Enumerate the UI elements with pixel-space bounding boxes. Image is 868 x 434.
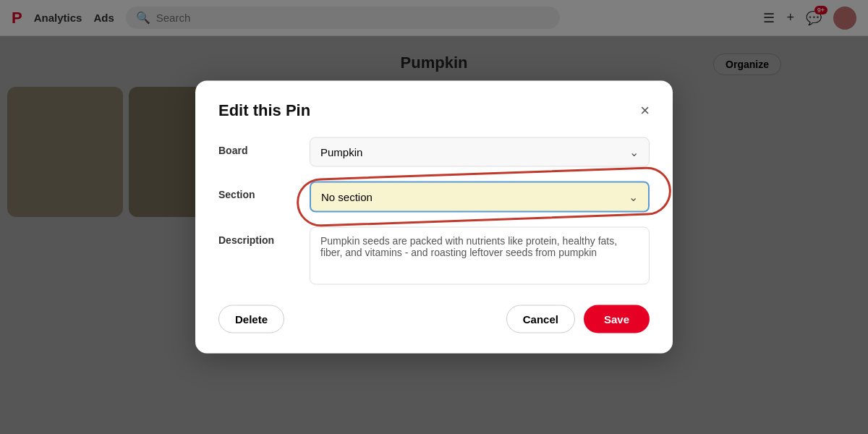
board-chevron-icon: ⌄ xyxy=(629,145,639,159)
section-wrapper: No section ⌄ xyxy=(310,182,650,213)
modal-header: Edit this Pin × xyxy=(218,101,650,120)
board-value: Pumpkin xyxy=(320,146,362,158)
section-value: No section xyxy=(321,191,373,203)
description-label: Description xyxy=(218,227,298,246)
description-field: Pumpkin seeds are packed with nutrients … xyxy=(310,227,650,288)
section-field: No section ⌄ xyxy=(310,182,650,213)
close-button[interactable]: × xyxy=(640,101,650,120)
section-label: Section xyxy=(218,182,298,200)
description-row: Description Pumpkin seeds are packed wit… xyxy=(218,227,650,288)
section-dropdown[interactable]: No section ⌄ xyxy=(310,182,650,213)
modal-footer: Delete Cancel Save xyxy=(218,305,650,333)
delete-button[interactable]: Delete xyxy=(218,305,284,333)
board-row: Board Pumpkin ⌄ xyxy=(218,137,650,167)
save-button[interactable]: Save xyxy=(584,305,650,333)
board-dropdown[interactable]: Pumpkin ⌄ xyxy=(310,137,650,167)
board-field: Pumpkin ⌄ xyxy=(310,137,650,167)
cancel-button[interactable]: Cancel xyxy=(506,305,575,333)
section-row: Section No section ⌄ xyxy=(218,182,650,213)
board-label: Board xyxy=(218,137,298,156)
footer-right-buttons: Cancel Save xyxy=(506,305,650,333)
section-chevron-icon: ⌄ xyxy=(629,190,638,204)
edit-pin-modal: Edit this Pin × Board Pumpkin ⌄ Section … xyxy=(195,81,673,354)
modal-title: Edit this Pin xyxy=(218,101,310,120)
description-textarea[interactable]: Pumpkin seeds are packed with nutrients … xyxy=(310,227,650,285)
